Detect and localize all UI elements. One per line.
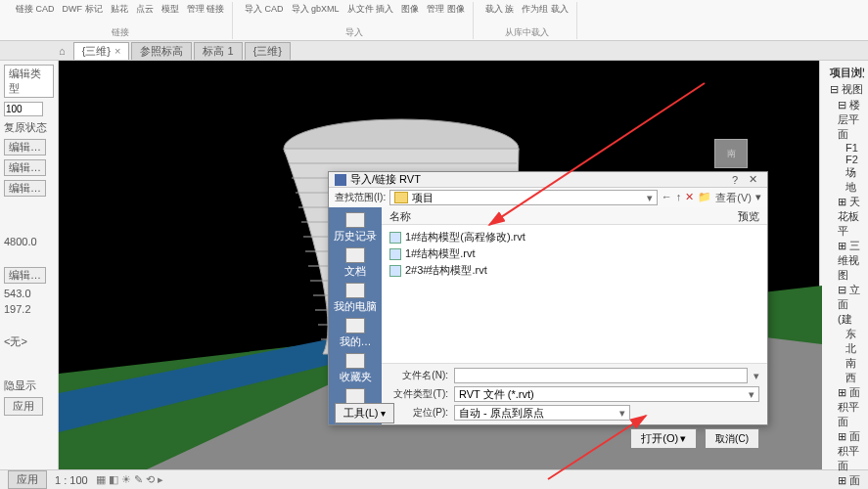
properties-panel: 编辑类型 复原状态 编辑… 编辑… 编辑… 4800.0 编辑… 543.0 1… [0,61,59,469]
link-cad-button[interactable]: 链接 CAD [14,2,57,17]
places-mynet[interactable]: 我的… [333,317,378,350]
places-history[interactable]: 历史记录 [333,211,378,244]
tree-node[interactable]: ⊞ 天花板平 [824,195,864,239]
tree-node[interactable]: ⊞ 面积平面 [824,429,864,473]
viewcube-face[interactable]: 南 [714,139,748,168]
view-tab[interactable]: 标高 1 [194,42,242,60]
tree-leaf[interactable]: F2 [824,154,864,165]
view-tab[interactable]: {三维}× [73,42,130,60]
tools-button[interactable]: 工具(L) ▾ [335,403,394,423]
chevron-down-icon[interactable]: ▾ [680,432,686,445]
apply-button[interactable]: 应用 [8,470,47,489]
from-file-button[interactable]: 从文件 插入 [345,2,396,17]
tree-leaf[interactable]: 东 [824,327,864,341]
home-icon[interactable]: ⌂ [59,45,66,57]
places-mycomputer[interactable]: 我的电脑 [333,282,378,315]
up-button[interactable]: ↑ [676,191,682,205]
filetype-label: 文件类型(T): [389,387,448,401]
dialog-titlebar: 导入/链接 RVT ? ✕ [329,172,767,188]
edit-button[interactable]: 编辑… [4,159,46,176]
ribbon-group-label: 导入 [345,26,363,39]
views-button[interactable]: 查看(V) [715,191,752,205]
path-combo[interactable]: 项目 ▾ [389,190,658,205]
import-gbxml-button[interactable]: 导入 gbXML [290,2,342,17]
file-row[interactable]: 1#结构模型(高程修改).rvt [389,229,759,245]
ribbon-group-label: 从库中载入 [505,26,549,39]
value-input[interactable] [4,102,43,116]
places-sidebar: 历史记录 文档 我的电脑 我的… 收藏夹 桌面 [329,207,382,424]
file-row[interactable]: 2#3#结构模型.rvt [389,262,759,279]
dwf-button[interactable]: DWF 标记 [61,2,105,17]
tree-node[interactable]: ⊟ 立面 (建 [824,283,864,327]
model-button[interactable]: 模型 [160,2,181,17]
position-label: 定位(P): [389,406,448,420]
tree-node[interactable]: ⊞ 面积平面 [824,473,864,489]
num-value: 543.0 [4,288,54,299]
close-icon[interactable]: × [114,45,120,57]
edit-button[interactable]: 编辑… [4,180,46,197]
lookup-label: 查找范围(I): [335,191,386,204]
load-group-button[interactable]: 作为组 载入 [520,2,571,17]
ribbon: 链接 CAD DWF 标记 贴花 点云 模型 管理 链接 链接 导入 CAD 导… [0,0,868,41]
revit-icon [335,174,346,186]
image-button[interactable]: 图像 [399,2,421,17]
edit-button[interactable]: 编辑… [4,267,46,284]
newfolder-button[interactable]: 📁 [698,191,711,205]
tree-leaf[interactable]: 场地 [824,165,864,195]
num-value: 197.2 [4,303,54,315]
tree-root[interactable]: ⊟ 视图 (全 [824,81,864,98]
edit-type-button[interactable]: 编辑类型 [4,65,54,98]
chevron-down-icon[interactable]: ▾ [754,370,759,382]
ribbon-group-link: 链接 CAD DWF 标记 贴花 点云 模型 管理 链接 链接 [8,2,233,39]
delete-button[interactable]: ✕ [685,191,694,205]
rvt-icon [389,248,401,260]
file-row[interactable]: 1#结构模型.rvt [389,245,759,262]
open-button[interactable]: 打开(O)▾ [630,428,697,449]
dialog-body: 历史记录 文档 我的电脑 我的… 收藏夹 桌面 名称 预览 1#结构模型(高程修… [329,207,767,424]
file-area: 名称 预览 1#结构模型(高程修改).rvt 1#结构模型.rvt 2#3#结构… [382,207,767,424]
tree-leaf[interactable]: F1 [824,142,864,154]
decal-button[interactable]: 贴花 [109,2,130,17]
folder-icon [394,192,408,203]
cancel-button[interactable]: 取消(C) [705,428,759,449]
filename-label: 文件名(N): [389,369,448,382]
ribbon-group-label: 链接 [112,26,129,39]
import-link-dialog: 导入/链接 RVT ? ✕ 查找范围(I): 项目 ▾ ← ↑ ✕ 📁 查看(V… [328,171,768,425]
tree-node[interactable]: ⊞ 三维视图 [824,239,864,283]
status-icons[interactable]: ▦ ◧ ☀ ✎ ⟲ ▸ [96,473,163,486]
manage-links-button[interactable]: 管理 链接 [185,2,227,17]
view-tab[interactable]: 参照标高 [131,42,192,60]
close-button[interactable]: ✕ [744,173,761,186]
import-cad-button[interactable]: 导入 CAD [243,2,286,17]
tree-leaf[interactable]: 南 [824,356,864,371]
col-name[interactable]: 名称 [389,209,738,222]
status-bar: 应用 1 : 100 ▦ ◧ ☀ ✎ ⟲ ▸ [0,469,868,489]
load-family-button[interactable]: 载入 族 [483,2,517,17]
tree-leaf[interactable]: 西 [824,371,864,385]
tree-node[interactable]: ⊟ 楼层平面 [824,98,864,142]
places-favorites[interactable]: 收藏夹 [333,352,378,385]
tree-node[interactable]: ⊞ 面积平面 [824,385,864,429]
dialog-bottom: 文件名(N): ▾ 文件类型(T): RVT 文件 (*.rvt)▾ 定位(P)… [382,363,767,424]
file-list-header[interactable]: 名称 预览 [382,207,767,225]
view-tab[interactable]: {三维} [245,42,291,60]
help-button[interactable]: ? [726,174,744,186]
chevron-down-icon[interactable]: ▾ [755,191,761,205]
manage-images-button[interactable]: 管理 图像 [425,2,467,17]
scale-value[interactable]: 1 : 100 [55,474,88,486]
position-select[interactable]: 自动 - 原点到原点▾ [454,405,630,421]
file-list[interactable]: 1#结构模型(高程修改).rvt 1#结构模型.rvt 2#3#结构模型.rvt [382,225,767,363]
tab-label: {三维} [82,44,111,59]
back-button[interactable]: ← [662,191,672,205]
path-text: 项目 [412,191,434,205]
tree-leaf[interactable]: 北 [824,341,864,356]
filename-input[interactable] [454,368,748,383]
apply-button[interactable]: 应用 [4,397,43,416]
pointcloud-button[interactable]: 点云 [134,2,156,17]
display-label: 隐显示 [4,378,54,393]
filetype-select[interactable]: RVT 文件 (*.rvt)▾ [454,386,759,402]
edit-button[interactable]: 编辑… [4,139,46,156]
places-documents[interactable]: 文档 [333,246,378,280]
tab-label: {三维} [253,44,282,59]
chevron-down-icon[interactable]: ▾ [647,192,653,204]
